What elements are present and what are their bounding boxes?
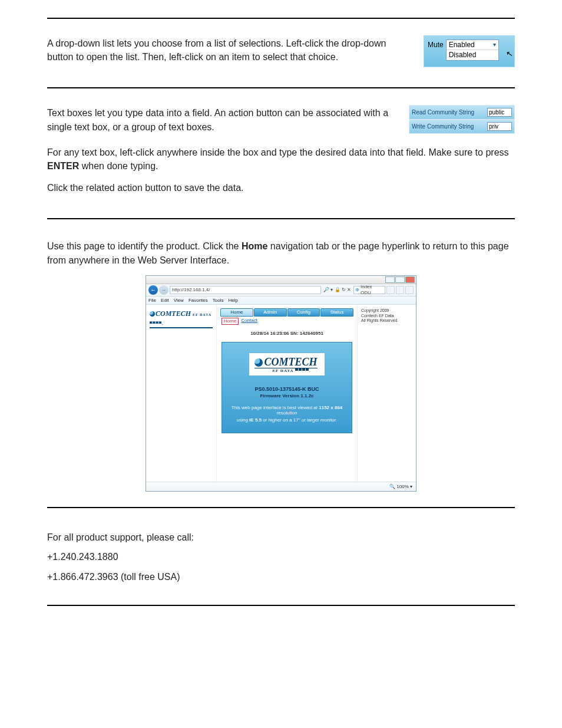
window-minimize-icon[interactable] xyxy=(385,276,395,283)
support-section: For all product support, please call: +1… xyxy=(0,508,562,605)
resolution-note: This web page interface is best viewed a… xyxy=(228,405,346,416)
toolbar-favorites-icon[interactable] xyxy=(396,286,404,294)
dropdown-example: Mute Enabled ▾ Disabled ↖ xyxy=(424,35,515,67)
dropdown-section: A drop-down list lets you choose from a … xyxy=(0,19,562,87)
firmware-version: Firmware Version 1.1.2c xyxy=(228,393,346,399)
address-bar[interactable]: http://192.168.1.4/ xyxy=(170,286,321,294)
tab-config[interactable]: Config xyxy=(287,308,320,317)
zoom-indicator[interactable]: 🔍 100% ▾ xyxy=(389,484,412,490)
write-community-input[interactable] xyxy=(487,122,512,131)
copyright-line: All Rights Reserved xyxy=(361,318,412,323)
textbox-section: Text boxes let you type data into a fiel… xyxy=(0,88,562,218)
textbox-example-label: Write Community String xyxy=(412,123,474,130)
product-model: PS0.5010-1375145-K BUC xyxy=(228,386,346,393)
support-phone-2: +1.866.472.3963 (toll free USA) xyxy=(47,570,515,584)
section-divider xyxy=(47,605,515,606)
nav-subtabs: Home Contact xyxy=(217,318,357,327)
tab-admin[interactable]: Admin xyxy=(254,308,287,317)
browser-screenshot: ← → http://192.168.1.4/ 🔎 ▾ 🔒 ↻ ✕ ⊕ Inde… xyxy=(146,275,416,492)
content-main: Home Admin Config Status Home Contact 10… xyxy=(217,305,357,482)
browser-tab-title[interactable]: ⊕ Index ODU xyxy=(353,286,385,294)
textbox-example-row: Write Community String xyxy=(409,119,514,133)
dropdown-option-1[interactable]: Disabled xyxy=(447,50,498,60)
support-heading: For all product support, please call: xyxy=(47,531,515,544)
window-maximize-icon[interactable] xyxy=(395,276,405,283)
datetime-header: 10/28/14 16:23:06 SN: 142640951 xyxy=(217,327,357,342)
brand-logo-large: COMTECH EF DATA ▀▀▀▀. xyxy=(249,353,324,375)
home-description: Use this page to identify the product. C… xyxy=(47,239,515,266)
search-controls-icon: 🔎 ▾ 🔒 ↻ ✕ xyxy=(322,287,352,293)
back-button[interactable]: ← xyxy=(148,285,158,295)
copyright-line: Comtech EF Data xyxy=(361,314,412,318)
dropdown-example-menu[interactable]: Enabled ▾ Disabled xyxy=(446,39,499,61)
textbox-example-label: Read Community String xyxy=(412,108,474,116)
page-content: COMTECH EF DATA ▀▀▀▀. Home Admin Config … xyxy=(146,305,416,482)
textbox-description-2: For any text box, left-click anywhere in… xyxy=(47,146,515,173)
textbox-description-1: Text boxes let you type data into a fiel… xyxy=(47,106,397,133)
brand-globe-icon xyxy=(254,358,263,367)
textbox-example: Read Community String Write Community St… xyxy=(409,105,515,134)
toolbar-home-icon[interactable] xyxy=(386,286,395,294)
window-titlebar xyxy=(146,276,416,284)
menu-item[interactable]: Favorites xyxy=(189,298,208,304)
copyright-line: Copyright 2009 xyxy=(361,308,412,313)
tab-home[interactable]: Home xyxy=(220,308,253,317)
support-phone-1: +1.240.243.1880 xyxy=(47,550,515,564)
browser-note: using IE 5.5 or higher on a 17" or large… xyxy=(228,417,346,423)
menu-item[interactable]: File xyxy=(148,298,156,304)
window-close-icon[interactable] xyxy=(405,276,415,283)
content-right-sidebar: Copyright 2009 Comtech EF Data All Right… xyxy=(357,305,416,482)
nav-tabs: Home Admin Config Status xyxy=(217,305,357,318)
textbox-example-row: Read Community String xyxy=(409,106,514,119)
browser-statusbar: 🔍 100% ▾ xyxy=(146,482,416,491)
chevron-down-icon: ▾ xyxy=(493,41,496,48)
dropdown-description: A drop-down list lets you choose from a … xyxy=(47,37,412,64)
subtab-contact[interactable]: Contact xyxy=(241,318,257,325)
dropdown-example-label: Mute xyxy=(428,39,444,49)
browser-menubar: File Edit View Favorites Tools Help xyxy=(146,297,416,305)
menu-item[interactable]: View xyxy=(174,298,184,304)
product-card: COMTECH EF DATA ▀▀▀▀. PS0.5010-1375145-K… xyxy=(222,342,352,433)
dropdown-option-0[interactable]: Enabled ▾ xyxy=(447,40,498,50)
read-community-input[interactable] xyxy=(487,108,512,117)
page-icon: ⊕ xyxy=(355,287,359,293)
subtab-home[interactable]: Home xyxy=(222,318,239,325)
toolbar-tools-icon[interactable] xyxy=(405,286,414,294)
forward-button[interactable]: → xyxy=(159,285,168,295)
cursor-icon: ↖ xyxy=(505,48,514,60)
menu-item[interactable]: Help xyxy=(228,298,237,304)
menu-item[interactable]: Tools xyxy=(213,298,224,304)
tab-status[interactable]: Status xyxy=(320,308,353,317)
brand-logo-small: COMTECH EF DATA ▀▀▀▀. xyxy=(150,309,213,328)
content-left-sidebar: COMTECH EF DATA ▀▀▀▀. xyxy=(146,305,217,482)
textbox-description-3: Click the related action button to save … xyxy=(47,181,515,195)
menu-item[interactable]: Edit xyxy=(161,298,169,304)
browser-toolbar: ← → http://192.168.1.4/ 🔎 ▾ 🔒 ↻ ✕ ⊕ Inde… xyxy=(146,284,416,297)
home-section: Use this page to identify the product. C… xyxy=(0,219,562,507)
